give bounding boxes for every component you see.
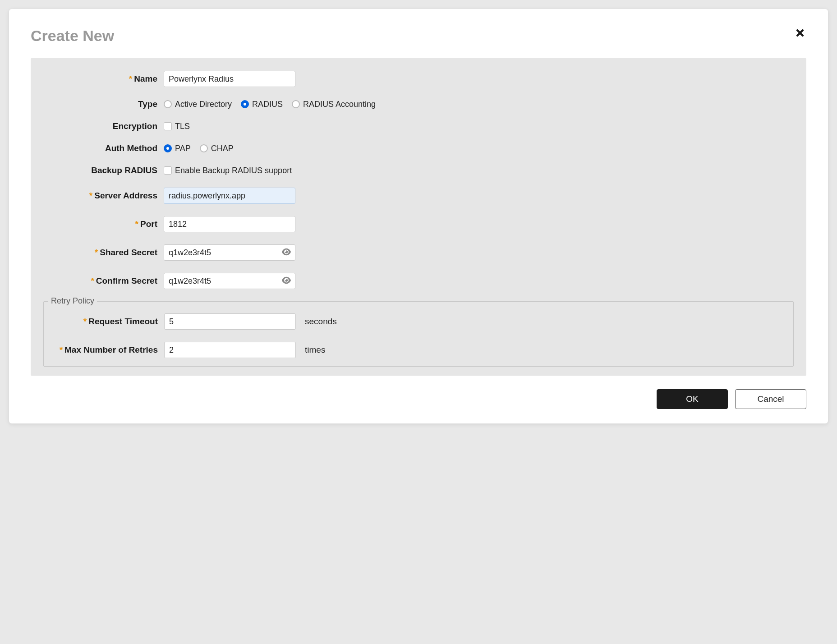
radio-icon: [200, 144, 208, 152]
label-request-timeout: *Request Timeout: [50, 317, 164, 327]
row-max-retries: *Max Number of Retries times: [50, 342, 787, 358]
row-name: *Name: [43, 71, 794, 87]
modal-footer: OK Cancel: [31, 389, 806, 409]
required-star: *: [89, 191, 92, 200]
encryption-tls-checkbox[interactable]: TLS: [164, 122, 190, 131]
radio-icon: [164, 100, 172, 108]
name-input[interactable]: [164, 71, 295, 87]
radio-label: PAP: [175, 144, 191, 153]
backup-radius-checkbox[interactable]: Enable Backup RADIUS support: [164, 166, 292, 175]
required-star: *: [91, 276, 94, 285]
label-type: Type: [43, 99, 164, 109]
label-port: *Port: [43, 219, 164, 229]
radio-icon: [241, 100, 249, 108]
toggle-shared-secret-visibility[interactable]: [281, 247, 292, 259]
radio-label: RADIUS Accounting: [303, 100, 376, 109]
auth-option-chap[interactable]: CHAP: [200, 144, 234, 153]
row-auth-method: Auth Method PAP CHAP: [43, 143, 794, 153]
required-star: *: [135, 219, 138, 229]
close-button[interactable]: [794, 27, 806, 40]
row-encryption: Encryption TLS: [43, 121, 794, 131]
label-max-retries: *Max Number of Retries: [50, 345, 164, 355]
required-star: *: [83, 317, 87, 326]
row-request-timeout: *Request Timeout seconds: [50, 313, 787, 330]
required-star: *: [129, 74, 132, 83]
radio-label: RADIUS: [252, 100, 283, 109]
checkbox-label: Enable Backup RADIUS support: [175, 166, 292, 175]
unit-seconds: seconds: [305, 317, 337, 327]
shared-secret-wrap: [164, 244, 295, 261]
toggle-confirm-secret-visibility[interactable]: [281, 275, 292, 287]
modal-header: Create New: [31, 27, 806, 45]
required-star: *: [60, 345, 63, 354]
label-shared-secret: *Shared Secret: [43, 248, 164, 258]
label-backup-radius: Backup RADIUS: [43, 166, 164, 175]
type-option-radius[interactable]: RADIUS: [241, 100, 283, 109]
type-option-radius-accounting[interactable]: RADIUS Accounting: [292, 100, 376, 109]
ok-button[interactable]: OK: [657, 389, 728, 409]
radio-icon: [292, 100, 300, 108]
label-name: *Name: [43, 74, 164, 84]
retry-policy-fieldset: Retry Policy *Request Timeout seconds *M…: [43, 301, 794, 367]
form-panel: *Name Type Active Directory RADIUS: [31, 58, 806, 376]
server-address-input[interactable]: [164, 188, 295, 204]
auth-radio-group: PAP CHAP: [164, 144, 234, 153]
port-input[interactable]: [164, 216, 295, 232]
radio-label: CHAP: [211, 144, 234, 153]
label-auth-method: Auth Method: [43, 143, 164, 153]
row-backup-radius: Backup RADIUS Enable Backup RADIUS suppo…: [43, 166, 794, 175]
modal-title: Create New: [31, 27, 114, 45]
auth-option-pap[interactable]: PAP: [164, 144, 191, 153]
eye-icon: [282, 248, 291, 258]
row-shared-secret: *Shared Secret: [43, 244, 794, 261]
required-star: *: [95, 248, 98, 257]
type-radio-group: Active Directory RADIUS RADIUS Accountin…: [164, 100, 376, 109]
label-encryption: Encryption: [43, 121, 164, 131]
confirm-secret-input[interactable]: [164, 273, 295, 289]
checkbox-icon: [164, 166, 172, 175]
radio-label: Active Directory: [175, 100, 232, 109]
eye-icon: [282, 276, 291, 286]
confirm-secret-wrap: [164, 273, 295, 289]
row-confirm-secret: *Confirm Secret: [43, 273, 794, 289]
create-new-modal: Create New *Name Type Active D: [9, 9, 828, 423]
checkbox-icon: [164, 122, 172, 130]
max-retries-input[interactable]: [164, 342, 296, 358]
checkbox-label: TLS: [175, 122, 190, 131]
row-port: *Port: [43, 216, 794, 232]
close-icon: [795, 28, 805, 40]
cancel-button[interactable]: Cancel: [735, 389, 806, 409]
type-option-active-directory[interactable]: Active Directory: [164, 100, 232, 109]
label-confirm-secret: *Confirm Secret: [43, 276, 164, 286]
row-server-address: *Server Address: [43, 188, 794, 204]
radio-icon: [164, 144, 172, 152]
request-timeout-input[interactable]: [164, 313, 296, 330]
retry-policy-legend: Retry Policy: [48, 296, 97, 306]
unit-times: times: [305, 345, 325, 355]
shared-secret-input[interactable]: [164, 244, 295, 261]
label-server-address: *Server Address: [43, 191, 164, 201]
row-type: Type Active Directory RADIUS RADIUS Acco…: [43, 99, 794, 109]
